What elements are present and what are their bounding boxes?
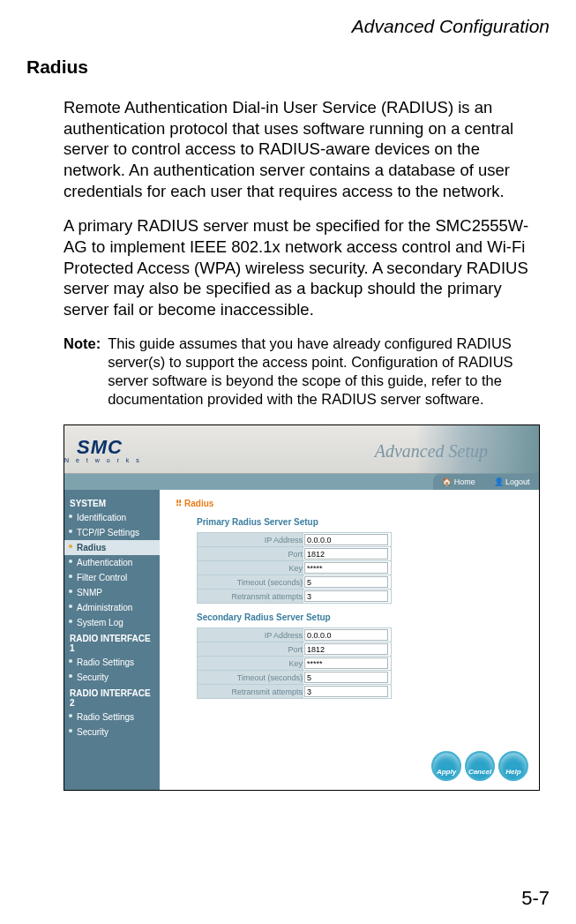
lbl-secondary-key: Key — [198, 657, 303, 671]
page-title: ⠿Radius — [176, 499, 530, 508]
logout-link[interactable]: 👤 Logout — [494, 477, 530, 486]
sidebar: SYSTEM Identification TCP/IP Settings Ra… — [64, 490, 160, 790]
input-secondary-timeout[interactable] — [304, 672, 388, 683]
lbl-primary-port: Port — [198, 547, 303, 561]
input-secondary-key[interactable] — [304, 657, 388, 669]
lbl-primary-timeout: Timeout (seconds) — [198, 575, 303, 590]
home-link[interactable]: 🏠 Home — [442, 477, 475, 486]
input-primary-key[interactable] — [304, 562, 388, 574]
paragraph-2: A primary RADIUS server must be specifie… — [64, 215, 541, 319]
lbl-secondary-retrans: Retransmit attempts — [198, 685, 303, 699]
sidebar-item-authentication[interactable]: Authentication — [64, 555, 160, 570]
top-bar: 🏠 Home 👤 Logout — [64, 474, 539, 490]
sidebar-item-r1-security[interactable]: Security — [64, 670, 160, 685]
input-secondary-retrans[interactable] — [304, 686, 388, 697]
input-primary-timeout[interactable] — [304, 576, 388, 588]
cancel-button[interactable]: Cancel — [465, 751, 495, 781]
app-header: SMC N e t w o r k s Advanced Setup — [64, 425, 539, 474]
primary-form: IP Address Port Key Timeout (seconds) Re… — [197, 532, 392, 604]
sidebar-item-r2-security[interactable]: Security — [64, 725, 160, 740]
sidebar-item-snmp[interactable]: SNMP — [64, 585, 160, 600]
lbl-primary-retrans: Retransmit attempts — [198, 590, 303, 604]
sidebar-group-system: SYSTEM — [64, 495, 160, 510]
page-number: 5-7 — [521, 887, 550, 910]
note-label: Note: — [64, 334, 101, 409]
sidebar-item-filter-control[interactable]: Filter Control — [64, 570, 160, 585]
sidebar-group-radio2: RADIO INTERFACE 2 — [64, 685, 160, 710]
input-secondary-port[interactable] — [304, 643, 388, 655]
input-primary-retrans[interactable] — [304, 590, 388, 602]
input-primary-port[interactable] — [304, 548, 388, 560]
button-row: Apply Cancel Help — [431, 751, 528, 781]
header-art — [415, 425, 539, 474]
paragraph-1: Remote Authentication Dial-in User Servi… — [64, 97, 541, 201]
apply-button[interactable]: Apply — [431, 751, 461, 781]
secondary-heading: Secondary Radius Server Setup — [197, 612, 530, 622]
note-block: Note: This guide assumes that you have a… — [64, 334, 541, 409]
sidebar-item-r2-settings[interactable]: Radio Settings — [64, 710, 160, 725]
help-button[interactable]: Help — [498, 751, 528, 781]
page-header: Advanced Configuration — [26, 16, 550, 37]
lbl-secondary-port: Port — [198, 642, 303, 657]
lbl-primary-key: Key — [198, 561, 303, 575]
lbl-primary-ip: IP Address — [198, 533, 303, 547]
logo-text: SMC — [77, 436, 123, 458]
input-primary-ip[interactable] — [304, 534, 388, 545]
section-title: Radius — [26, 56, 550, 78]
embedded-screenshot: SMC N e t w o r k s Advanced Setup 🏠 Hom… — [64, 424, 540, 791]
lbl-secondary-timeout: Timeout (seconds) — [198, 671, 303, 685]
logo-subtext: N e t w o r k s — [64, 457, 142, 463]
sidebar-item-tcpip[interactable]: TCP/IP Settings — [64, 525, 160, 540]
sidebar-item-administration[interactable]: Administration — [64, 600, 160, 615]
lbl-secondary-ip: IP Address — [198, 628, 303, 642]
sidebar-item-radius[interactable]: Radius — [64, 540, 160, 555]
sidebar-group-radio1: RADIO INTERFACE 1 — [64, 630, 160, 655]
input-secondary-ip[interactable] — [304, 629, 388, 641]
sidebar-item-system-log[interactable]: System Log — [64, 615, 160, 630]
sidebar-item-r1-settings[interactable]: Radio Settings — [64, 655, 160, 670]
logo: SMC N e t w o r k s — [64, 436, 142, 463]
note-text: This guide assumes that you have already… — [108, 334, 541, 409]
main-content: ⠿Radius Primary Radius Server Setup IP A… — [160, 490, 539, 790]
topbar-tab: 🏠 Home 👤 Logout — [433, 474, 539, 490]
sidebar-item-identification[interactable]: Identification — [64, 510, 160, 525]
primary-heading: Primary Radius Server Setup — [197, 517, 530, 527]
secondary-form: IP Address Port Key Timeout (seconds) Re… — [197, 627, 392, 699]
